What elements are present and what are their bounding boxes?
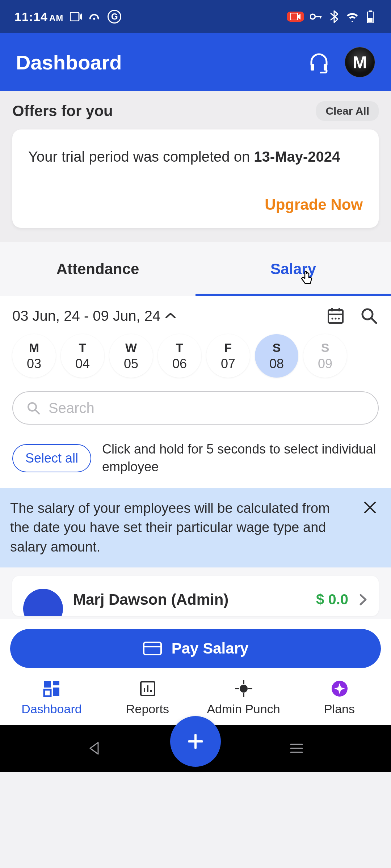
vpn-key-icon — [310, 10, 322, 23]
day-number: 06 — [172, 356, 187, 371]
svg-rect-31 — [44, 690, 51, 696]
tab-salary[interactable]: Salary — [196, 242, 391, 296]
employee-row[interactable]: Marj Dawson (Admin) $ 0.0 — [12, 576, 379, 616]
clear-all-button[interactable]: Clear All — [316, 101, 379, 121]
pointer-cursor-icon — [300, 270, 314, 284]
day-of-week: W — [125, 341, 137, 355]
page-title: Dashboard — [16, 51, 122, 74]
reports-icon — [139, 679, 157, 698]
pay-salary-label: Pay Salary — [172, 640, 249, 657]
avatar-letter: M — [353, 52, 367, 72]
tabs: Attendance Salary — [0, 242, 391, 296]
info-banner: The salary of your employees will be cal… — [0, 488, 391, 567]
employee-list: Marj Dawson (Admin) $ 0.0 — [0, 567, 391, 619]
svg-rect-9 — [311, 64, 314, 71]
offers-header: Offers for you Clear All — [12, 101, 379, 121]
svg-rect-10 — [324, 64, 327, 71]
day-pill-07[interactable]: F07 — [206, 334, 250, 378]
day-number: 08 — [269, 356, 284, 371]
pay-wrap: Pay Salary — [0, 619, 391, 672]
search-wrap — [0, 391, 391, 435]
avatar[interactable]: M — [345, 47, 375, 77]
calendar-button[interactable] — [326, 306, 345, 326]
day-pill-09[interactable]: S09 — [303, 334, 347, 378]
android-back-button[interactable] — [87, 741, 102, 756]
day-pill-08[interactable]: S08 — [255, 334, 298, 378]
search-icon — [26, 401, 41, 415]
offer-text-date: 13-May-2024 — [254, 149, 340, 165]
status-right — [287, 10, 377, 23]
search-input[interactable] — [49, 400, 365, 416]
date-section: 03 Jun, 24 - 09 Jun, 24 M03T04W05T06F07S… — [0, 296, 391, 391]
plans-icon — [331, 679, 349, 698]
chevron-up-icon — [165, 312, 176, 319]
svg-rect-5 — [320, 16, 321, 18]
svg-line-21 — [35, 410, 39, 414]
chevron-right-icon — [358, 593, 368, 607]
day-of-week: F — [224, 341, 232, 355]
svg-point-15 — [332, 318, 333, 320]
svg-line-19 — [371, 318, 376, 323]
date-header: 03 Jun, 24 - 09 Jun, 24 — [12, 306, 379, 326]
search-button[interactable] — [359, 306, 379, 326]
video-icon — [70, 10, 82, 23]
day-number: 04 — [75, 356, 90, 371]
nav-dashboard[interactable]: Dashboard — [4, 679, 100, 716]
svg-point-1 — [93, 18, 96, 20]
employee-amount: $ 0.0 — [316, 591, 348, 608]
day-number: 07 — [221, 356, 235, 371]
tab-attendance[interactable]: Attendance — [0, 242, 196, 296]
svg-rect-28 — [44, 681, 51, 688]
nav-reports[interactable]: Reports — [100, 679, 196, 716]
offer-text: Your trial period was completed on 13-Ma… — [28, 146, 363, 167]
day-number: 05 — [124, 356, 138, 371]
svg-point-3 — [310, 14, 315, 19]
offers-section: Offers for you Clear All Your trial peri… — [0, 91, 391, 242]
select-hint: Click and hold for 5 seconds to select i… — [102, 441, 379, 476]
svg-rect-24 — [144, 642, 161, 655]
day-of-week: T — [79, 341, 87, 355]
battery-icon — [364, 10, 377, 23]
offer-text-prefix: Your trial period was completed on — [28, 149, 254, 165]
nav-plans[interactable]: Plans — [291, 679, 387, 716]
svg-rect-29 — [53, 681, 59, 685]
status-bar: 11:14AM G — [0, 0, 391, 33]
nav-admin-punch[interactable]: Admin Punch — [196, 679, 291, 716]
admin-punch-icon — [234, 679, 253, 698]
svg-rect-11 — [328, 310, 343, 323]
nav-admin-punch-label: Admin Punch — [207, 702, 280, 716]
date-range-toggle[interactable]: 03 Jun, 24 - 09 Jun, 24 — [12, 308, 176, 324]
day-pill-04[interactable]: T04 — [61, 334, 104, 378]
svg-point-36 — [240, 685, 247, 692]
headphones-icon[interactable] — [308, 51, 330, 73]
svg-rect-30 — [53, 688, 59, 696]
record-badge-icon — [287, 12, 304, 22]
close-banner-button[interactable] — [359, 499, 381, 516]
bluetooth-icon — [328, 10, 340, 23]
day-of-week: S — [321, 341, 329, 355]
card-icon — [143, 641, 162, 656]
cast-icon — [89, 10, 101, 23]
day-number: 03 — [27, 356, 41, 371]
day-number: 09 — [318, 356, 332, 371]
status-time-value: 11:14 — [14, 10, 48, 24]
nav-reports-label: Reports — [126, 702, 169, 716]
employee-name: Marj Dawson (Admin) — [73, 591, 306, 608]
google-icon: G — [108, 10, 121, 24]
svg-rect-2 — [290, 13, 298, 20]
fab-add-button[interactable] — [170, 716, 221, 767]
upgrade-now-button[interactable]: Upgrade Now — [265, 196, 363, 213]
select-all-button[interactable]: Select all — [12, 444, 91, 472]
day-pill-06[interactable]: T06 — [158, 334, 201, 378]
select-row: Select all Click and hold for 5 seconds … — [0, 435, 391, 488]
day-strip[interactable]: M03T04W05T06F07S08S09 — [12, 334, 379, 378]
status-time: 11:14AM — [14, 10, 63, 24]
day-pill-05[interactable]: W05 — [109, 334, 153, 378]
nav-dashboard-label: Dashboard — [21, 702, 81, 716]
pay-salary-button[interactable]: Pay Salary — [10, 629, 381, 668]
android-recents-button[interactable] — [289, 743, 304, 754]
search-field[interactable] — [12, 391, 379, 425]
day-pill-03[interactable]: M03 — [12, 334, 56, 378]
info-text: The salary of your employees will be cal… — [10, 499, 352, 557]
employee-avatar — [23, 589, 63, 616]
